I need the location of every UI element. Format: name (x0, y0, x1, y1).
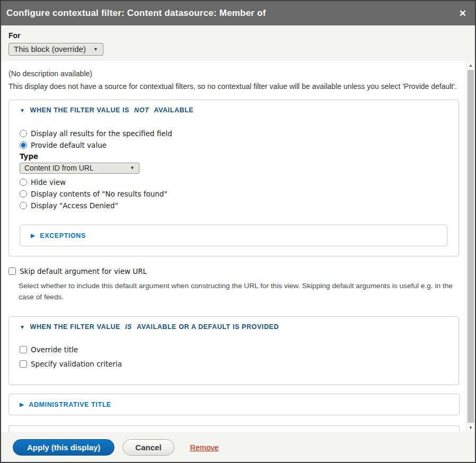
legend-text-suffix: AVAILABLE OR A DEFAULT IS PROVIDED (137, 323, 279, 331)
exceptions-legend[interactable]: ▶ EXCEPTIONS (31, 232, 86, 239)
radio-label: Provide default value (31, 141, 107, 149)
dialog-titlebar: Configure contextual filter: Content dat… (1, 1, 475, 25)
administrative-title-legend[interactable]: ▶ ADMINISTRATIVE TITLE (20, 401, 111, 408)
radio-label: Display "Access Denied" (31, 201, 118, 210)
radio-label: Display contents of "No results found" (31, 190, 168, 198)
checkbox-skip-default-argument[interactable]: Skip default argument for view URL (8, 266, 460, 277)
expand-arrow-icon: ▶ (20, 402, 24, 407)
scrollbar[interactable]: ▲ ▼ (466, 61, 475, 432)
legend-text-emphasis: IS (125, 323, 132, 331)
legend-text-prefix: WHEN THE FILTER VALUE (30, 323, 120, 331)
fieldset-administrative-title[interactable]: ▶ ADMINISTRATIVE TITLE (8, 394, 460, 415)
close-icon[interactable]: ✕ (459, 9, 466, 18)
checkbox-label: Override title (31, 345, 78, 354)
collapse-arrow-icon: ▼ (20, 324, 25, 330)
radio-input[interactable] (20, 190, 27, 198)
cancel-button[interactable]: Cancel (122, 439, 174, 456)
radio-input[interactable] (20, 202, 27, 209)
checkbox-input[interactable] (8, 268, 16, 275)
scroll-down-icon: ▼ (469, 425, 473, 430)
fieldset-filter-available: ▼ WHEN THE FILTER VALUE IS AVAILABLE OR … (8, 316, 459, 385)
scroll-up-button[interactable]: ▲ (466, 61, 475, 69)
configure-contextual-filter-dialog: Configure contextual filter: Content dat… (0, 0, 476, 463)
dialog-body-wrap: (No description available) This display … (1, 61, 475, 432)
scroll-up-icon: ▲ (469, 63, 473, 68)
scroll-down-button[interactable]: ▼ (466, 423, 475, 432)
fieldset-available-legend[interactable]: ▼ WHEN THE FILTER VALUE IS AVAILABLE OR … (20, 323, 448, 331)
legend-text-prefix: WHEN THE FILTER VALUE IS (30, 106, 130, 114)
dialog-body: (No description available) This display … (1, 61, 466, 432)
radio-hide-view[interactable]: Hide view (20, 176, 448, 188)
fieldset-filter-not-available: ▼ WHEN THE FILTER VALUE IS NOT AVAILABLE… (8, 100, 459, 256)
radio-display-no-results[interactable]: Display contents of "No results found" (20, 188, 448, 200)
fieldset-exceptions[interactable]: ▶ EXCEPTIONS (20, 225, 447, 246)
radio-input[interactable] (20, 179, 27, 186)
radio-label: Display all results for the specified fi… (31, 129, 172, 138)
apply-button[interactable]: Apply (this display) (13, 439, 114, 456)
skip-default-description: Select whether to include this default a… (19, 280, 460, 302)
radio-provide-default-value[interactable]: Provide default value (20, 139, 448, 151)
select-arrow-icon: ▼ (130, 165, 135, 171)
no-description-text: (No description available) (8, 69, 460, 78)
type-select[interactable]: Content ID from URL ▼ (20, 163, 139, 174)
radio-display-all-results[interactable]: Display all results for the specified fi… (20, 128, 448, 139)
legend-text: EXCEPTIONS (40, 232, 86, 239)
for-select[interactable]: This block (override) ▼ (8, 43, 103, 56)
legend-text: ADMINISTRATIVE TITLE (29, 401, 111, 408)
remove-link[interactable]: Remove (190, 443, 219, 452)
radio-label: Hide view (31, 178, 66, 186)
dialog-title: Configure contextual filter: Content dat… (6, 8, 459, 19)
type-label: Type (20, 152, 448, 161)
checkbox-label: Specify validation criteria (31, 360, 122, 368)
legend-text-emphasis: NOT (134, 106, 149, 114)
checkbox-specify-validation[interactable]: Specify validation criteria (20, 357, 448, 371)
checkbox-override-title[interactable]: Override title (20, 342, 448, 357)
select-arrow-icon: ▼ (93, 47, 98, 52)
fieldset-not-available-legend[interactable]: ▼ WHEN THE FILTER VALUE IS NOT AVAILABLE (20, 106, 448, 114)
expand-arrow-icon: ▶ (31, 233, 35, 238)
legend-text-suffix: AVAILABLE (154, 106, 193, 114)
collapse-arrow-icon: ▼ (20, 108, 25, 113)
radio-display-access-denied[interactable]: Display "Access Denied" (20, 200, 448, 211)
radio-input[interactable] (20, 130, 27, 137)
checkbox-label: Skip default argument for view URL (20, 267, 147, 275)
radio-input[interactable] (20, 141, 27, 149)
display-source-note: This display does not have a source for … (8, 82, 460, 91)
checkbox-input[interactable] (20, 346, 27, 353)
checkbox-input[interactable] (20, 360, 27, 368)
for-select-value: This block (override) (14, 44, 86, 54)
for-section: For This block (override) ▼ (1, 25, 475, 61)
dialog-footer: Apply (this display) Cancel Remove (1, 432, 475, 462)
fieldset-more[interactable]: ▶ MORE (8, 425, 460, 432)
scrollbar-thumb[interactable] (468, 70, 474, 423)
type-select-value: Content ID from URL (24, 164, 94, 172)
for-label: For (8, 31, 468, 40)
